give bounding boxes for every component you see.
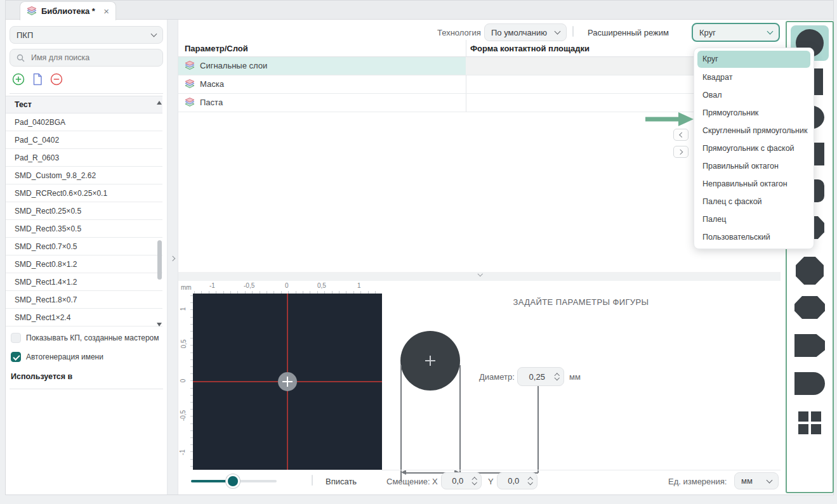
chevron-down-icon bbox=[767, 29, 774, 35]
palette-finger[interactable] bbox=[787, 370, 833, 397]
autogen-name-checkbox[interactable]: Автогенерация имени bbox=[11, 352, 103, 362]
ruler-tick: 1 bbox=[180, 307, 187, 311]
left-panel: ПКП bbox=[6, 20, 167, 494]
list-item[interactable]: SMD_RCRect0.6×0.25×0.1 bbox=[6, 184, 162, 202]
scroll-up-icon[interactable] bbox=[157, 101, 162, 105]
table-row-mask[interactable]: Маска bbox=[178, 75, 781, 94]
dropdown-option[interactable]: Квадрат bbox=[694, 68, 814, 86]
shape-dropdown-popup: Круг Квадрат Овал Прямоугольник Скруглен… bbox=[694, 48, 814, 249]
pad-type-select[interactable]: ПКП bbox=[10, 26, 163, 44]
pad-shape-circle bbox=[278, 372, 297, 391]
dropdown-option[interactable]: Палец bbox=[694, 210, 814, 228]
search-input[interactable] bbox=[30, 53, 156, 63]
pad-shape-select[interactable]: Круг bbox=[692, 23, 780, 42]
add-pad-button[interactable] bbox=[12, 73, 25, 86]
pad-list: Pad_0402BGA Pad_C_0402 Pad_R_0603 SMD_Cu… bbox=[6, 113, 162, 326]
table-row-signal-layers[interactable]: Сигнальные слои bbox=[178, 57, 781, 75]
palette-regular-octagon[interactable] bbox=[787, 255, 833, 286]
list-item[interactable]: SMD_Rect0.35×0.5 bbox=[6, 220, 162, 238]
ruler-tick: 0 bbox=[285, 282, 289, 289]
dropdown-option[interactable]: Скругленный прямоугольник bbox=[694, 122, 814, 139]
prev-page-button[interactable] bbox=[673, 129, 689, 141]
list-item[interactable]: Pad_C_0402 bbox=[6, 131, 162, 149]
offset-label: Смещение: bbox=[386, 477, 430, 486]
params-bottom-border bbox=[381, 470, 781, 470]
params-title: ЗАДАЙТЕ ПАРАМЕТРЫ ФИГУРЫ bbox=[381, 297, 781, 307]
remove-pad-button[interactable] bbox=[50, 73, 63, 86]
divider bbox=[10, 389, 163, 389]
stepper-icons[interactable] bbox=[473, 478, 477, 484]
list-item[interactable]: SMD_Rect0.8×1.2 bbox=[6, 255, 162, 273]
diameter-unit: мм bbox=[569, 372, 581, 382]
checkbox-checked[interactable] bbox=[11, 352, 21, 362]
dropdown-option[interactable]: Прямоугольник с фаской bbox=[694, 139, 814, 157]
table-header-parameter: Параметр/Слой bbox=[185, 44, 248, 53]
palette-custom[interactable] bbox=[787, 409, 833, 437]
technology-label: Технология bbox=[437, 28, 481, 37]
dropdown-option[interactable]: Палец с фаской bbox=[694, 193, 814, 210]
ruler-tick: 0,5 bbox=[317, 282, 326, 289]
list-item[interactable]: SMD_Rect0.25×0.5 bbox=[6, 202, 162, 220]
list-item[interactable]: SMD_Custom_9.8_2.62 bbox=[6, 167, 162, 184]
offset-y-input[interactable]: 0,0 bbox=[497, 472, 537, 489]
checkbox-label: Показывать КП, созданные мастером bbox=[26, 333, 159, 342]
scrollbar[interactable] bbox=[157, 240, 162, 280]
tab-title: Библиотека * bbox=[41, 6, 95, 16]
library-actions bbox=[12, 73, 63, 86]
row-label: Паста bbox=[200, 98, 223, 107]
list-item[interactable]: Pad_R_0603 bbox=[6, 149, 162, 167]
technology-value: По умолчанию bbox=[491, 28, 555, 37]
offset-x-input[interactable]: 0,0 bbox=[441, 472, 482, 489]
layers-icon bbox=[185, 79, 195, 89]
ruler-tick: -1 bbox=[179, 449, 186, 455]
pad-list-header: Тест bbox=[6, 96, 162, 113]
layers-icon bbox=[185, 61, 195, 70]
dimension-line bbox=[400, 365, 402, 481]
checkbox-label: Автогенерация имени bbox=[26, 352, 103, 361]
dropdown-option[interactable]: Правильный октагон bbox=[694, 157, 814, 175]
units-select[interactable]: мм bbox=[734, 472, 779, 489]
scroll-down-icon[interactable] bbox=[157, 323, 162, 326]
pad-preview-canvas[interactable] bbox=[193, 294, 382, 470]
dropdown-option[interactable]: Круг bbox=[697, 51, 810, 68]
fit-checkbox[interactable] bbox=[312, 475, 313, 486]
dropdown-option[interactable]: Прямоугольник bbox=[694, 104, 814, 122]
list-item[interactable]: Pad_0402BGA bbox=[6, 113, 162, 131]
tab-close-icon[interactable]: × bbox=[103, 6, 109, 16]
palette-irregular-octagon[interactable] bbox=[787, 294, 833, 321]
finger-icon bbox=[794, 372, 825, 395]
copy-pad-button[interactable] bbox=[32, 73, 43, 86]
stepper-icons[interactable] bbox=[555, 374, 559, 380]
dropdown-option[interactable]: Неправильный октагон bbox=[694, 175, 814, 193]
next-page-button[interactable] bbox=[673, 146, 689, 158]
search-icon bbox=[16, 54, 25, 62]
palette-finger-chamfered[interactable] bbox=[787, 332, 833, 359]
list-item[interactable]: SMD_Rect1.4×1.2 bbox=[6, 273, 162, 291]
diameter-input[interactable]: 0,25 bbox=[517, 367, 564, 386]
ruler-tick: -1 bbox=[209, 282, 215, 289]
chevron-right-icon bbox=[678, 150, 683, 155]
stepper-icons[interactable] bbox=[529, 478, 532, 484]
list-item[interactable]: SMD_Rect1×2.4 bbox=[6, 309, 162, 326]
extended-mode-checkbox[interactable] bbox=[572, 26, 574, 37]
row-label: Сигнальные слои bbox=[200, 61, 267, 70]
search-box[interactable] bbox=[10, 49, 163, 67]
ruler-tick: -0,5 bbox=[244, 282, 254, 289]
dropdown-option[interactable]: Пользовательский bbox=[694, 228, 814, 246]
checkbox-unchecked[interactable] bbox=[11, 333, 21, 343]
tab-library[interactable]: Библиотека * × bbox=[20, 1, 116, 20]
dimension-line bbox=[459, 365, 461, 481]
technology-select[interactable]: По умолчанию bbox=[484, 23, 567, 41]
show-master-checkbox[interactable]: Показывать КП, созданные мастером bbox=[11, 333, 159, 343]
zoom-slider[interactable] bbox=[191, 480, 277, 482]
list-item[interactable]: SMD_Rect0.7×0.5 bbox=[6, 238, 162, 255]
ruler-unit-label: mm bbox=[181, 284, 192, 291]
zoom-slider-thumb[interactable] bbox=[226, 474, 240, 488]
list-item[interactable]: SMD_Rect1.8×0.7 bbox=[6, 291, 162, 309]
offset-x-label: X bbox=[432, 477, 438, 486]
dimension-connector bbox=[537, 386, 539, 473]
table-row-paste[interactable]: Паста bbox=[178, 94, 781, 112]
dropdown-option[interactable]: Овал bbox=[694, 86, 814, 104]
tab-strip: Библиотека * × bbox=[5, 0, 834, 19]
ruler-tick: 1 bbox=[357, 282, 361, 289]
